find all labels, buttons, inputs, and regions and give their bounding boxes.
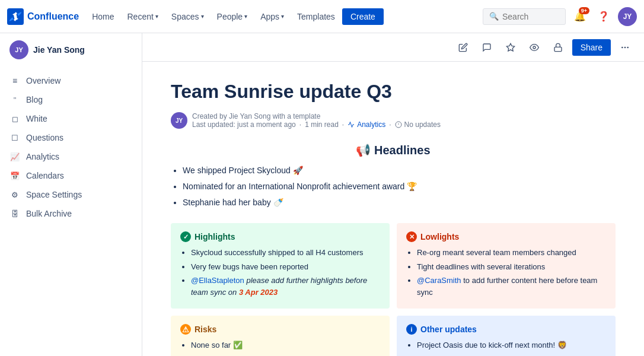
list-item: Very few bugs have been reported [191,261,380,273]
search-input[interactable] [502,12,559,21]
svg-point-6 [627,46,629,48]
list-item: Re-org meant several team members change… [417,247,606,259]
author-avatar: JY [171,112,187,129]
analytics-link[interactable]: Analytics [347,120,385,129]
svg-point-4 [621,46,623,48]
created-by-text: Created by Jie Yan Song with a template [192,112,441,120]
settings-icon: ⚙ [9,189,20,200]
highlights-header: ✓ Highlights [180,231,380,242]
risks-updates-row: ⚠ Risks None so far ✅ i Other updates [171,316,616,356]
sidebar-item-white[interactable]: ◻ White + [0,109,142,128]
svg-point-2 [533,46,535,49]
list-item: Nominated for an International Nonprofit… [183,180,616,193]
sidebar-item-calendars[interactable]: 📅 Calendars [0,166,142,185]
chart-icon [347,121,355,128]
nav-items: Home Recent▾ Spaces▾ People▾ Apps▾ Templ… [86,8,480,25]
page-meta: JY Created by Jie Yan Song with a templa… [171,112,616,129]
risks-list: None so far ✅ [180,339,380,351]
help-button[interactable]: ❓ [594,7,613,26]
info-icon: i [406,324,417,335]
sidebar-item-overview[interactable]: ≡ Overview [0,71,142,90]
nav-item-templates[interactable]: Templates [291,8,341,25]
chevron-down-icon: ▾ [281,13,284,20]
sidebar-item-bulk-archive[interactable]: 🗄 Bulk Archive [0,204,142,223]
lowlights-box: ✕ Lowlights Re-org meant several team me… [397,223,616,309]
page-content: Team Sunrise update Q3 JY Created by Jie… [142,62,644,356]
list-item: Stephanie had her baby 🍼 [183,196,616,209]
sidebar-item-label: Overview [26,76,60,85]
more-icon [620,43,630,52]
sidebar-item-space-settings[interactable]: ⚙ Space Settings [0,185,142,204]
confluence-logo-text: Confluence [27,11,79,22]
nav-item-people[interactable]: People▾ [211,8,254,25]
sidebar-header: JY Jie Yan Song [0,33,142,66]
create-button[interactable]: Create [342,8,384,25]
chevron-down-icon: ▾ [244,13,247,20]
read-time-text: 1 min read [305,120,339,129]
star-button[interactable] [501,38,520,57]
updates-text: No updates [404,120,441,129]
sidebar-item-label: White [26,114,47,123]
svg-marker-1 [506,43,514,51]
updates-icon [395,121,402,128]
list-item: We shipped Project Skycloud 🚀 [183,164,616,177]
meta-sep-2: · [342,120,344,129]
svg-rect-3 [554,47,562,51]
meta-sep-3: · [389,120,391,129]
calendars-icon: 📅 [9,170,20,181]
headlines-section: 📢 Headlines We shipped Project Skycloud … [171,143,616,209]
star-icon [506,43,515,52]
nav-item-home[interactable]: Home [86,8,120,25]
notifications-button[interactable]: 🔔 9+ [570,7,589,26]
sidebar-item-analytics[interactable]: 📈 Analytics [0,147,142,166]
comment-icon [482,43,492,52]
list-item: Project Oasis due to kick-off next month… [417,339,606,351]
share-button[interactable]: Share [572,39,611,56]
sidebar-item-blog[interactable]: " Blog + [0,90,142,109]
sidebar-item-label: Space Settings [26,190,82,199]
notification-badge: 9+ [579,7,589,14]
top-nav: Confluence Home Recent▾ Spaces▾ People▾ … [0,0,644,33]
sidebar-item-label: Analytics [26,152,59,161]
nav-item-apps[interactable]: Apps▾ [254,8,290,25]
date-text: 3 Apr 2023 [239,288,278,297]
sidebar-avatar: JY [9,40,28,59]
watch-button[interactable] [525,38,544,57]
nav-item-spaces[interactable]: Spaces▾ [165,8,210,25]
other-updates-list: Project Oasis due to kick-off next month… [406,339,606,351]
chevron-down-icon: ▾ [155,13,158,20]
sidebar-item-questions[interactable]: ☐ Questions [0,128,142,147]
overview-icon: ≡ [9,75,20,86]
search-icon: 🔍 [489,12,499,21]
nav-item-recent[interactable]: Recent▾ [121,8,164,25]
more-options-button[interactable] [616,38,635,57]
list-item: None so far ✅ [191,339,380,351]
risks-header: ⚠ Risks [180,324,380,335]
restrict-button[interactable] [549,38,568,57]
nav-logo[interactable]: Confluence [7,8,79,25]
sidebar-user-name: Jie Yan Song [33,45,85,55]
lowlights-header: ✕ Lowlights [406,231,606,242]
checkmark-icon: ✅ [233,341,243,349]
highlights-lowlights-row: ✓ Highlights Skycloud successfully shipp… [171,223,616,309]
archive-icon: 🗄 [9,208,20,219]
sidebar: JY Jie Yan Song ≡ Overview " Blog + ◻ Wh… [0,33,142,356]
list-item: Skycloud successfully shipped to all H4 … [191,247,380,259]
blog-icon: " [9,94,20,105]
list-item: @EllaStapleton please add further highli… [191,275,380,298]
svg-point-5 [624,46,626,48]
questions-icon: ☐ [9,132,20,143]
comment-button[interactable] [477,38,496,57]
list-item: Tight deadlines with several iterations [417,261,606,273]
meta-sep-1: · [299,120,301,129]
check-icon: ✓ [180,231,191,242]
search-bar[interactable]: 🔍 [483,8,566,25]
edit-button[interactable] [454,38,473,57]
mention-ella: @EllaStapleton [191,276,244,285]
sidebar-item-label: Blog [26,95,43,104]
x-icon: ✕ [406,231,417,242]
watch-icon [530,43,539,52]
user-avatar[interactable]: JY [618,7,637,26]
sidebar-item-label: Questions [26,133,63,142]
content-area: Share Team Sunrise update Q3 JY Created … [142,33,644,356]
